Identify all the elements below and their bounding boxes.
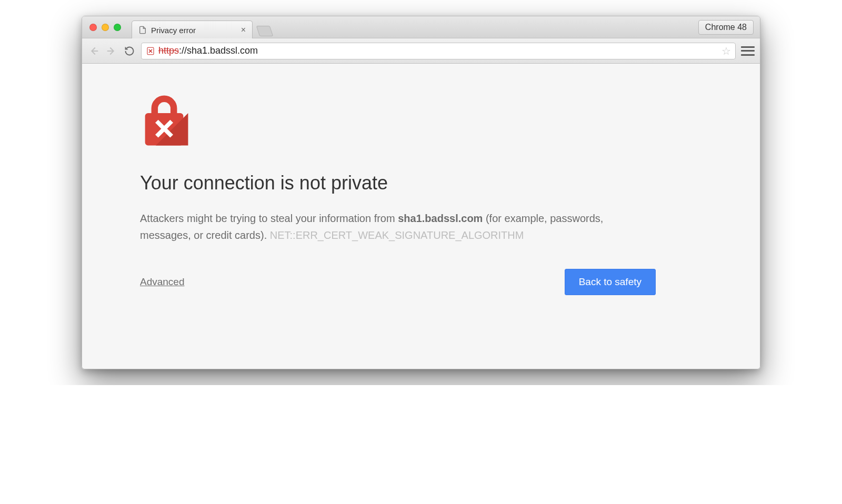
ssl-warning-interstitial: Your connection is not private Attackers… [140,95,656,295]
back-button[interactable] [87,45,100,57]
page-icon [138,26,147,34]
browser-window: Privacy error × Chrome 48 https://sha1.b… [82,16,760,369]
address-bar[interactable]: https://sha1.badssl.com ☆ [141,43,736,59]
new-tab-button[interactable] [256,26,273,36]
window-close-button[interactable] [89,24,97,31]
toolbar: https://sha1.badssl.com ☆ [82,38,760,64]
window-maximize-button[interactable] [114,24,121,31]
window-minimize-button[interactable] [102,24,109,31]
reload-button[interactable] [123,45,136,57]
titlebar: Privacy error × Chrome 48 [82,16,760,38]
advanced-link[interactable]: Advanced [140,276,185,288]
browser-tab[interactable]: Privacy error × [132,21,253,38]
forward-button[interactable] [105,45,118,57]
back-to-safety-button[interactable]: Back to safety [565,269,656,295]
warning-lock-icon [140,95,188,148]
bookmark-star-icon[interactable]: ☆ [721,45,731,57]
url-scheme: https://sha1.badssl.com [158,45,258,56]
warning-actions: Advanced Back to safety [140,269,656,295]
tab-close-button[interactable]: × [241,25,246,35]
page-content: Your connection is not private Attackers… [82,64,760,369]
window-controls [89,24,121,31]
warning-host: sha1.badssl.com [398,213,483,224]
menu-button[interactable] [741,45,755,57]
warning-body-prefix: Attackers might be trying to steal your … [140,213,398,224]
chrome-version-label: Chrome 48 [698,20,754,35]
error-code: NET::ERR_CERT_WEAK_SIGNATURE_ALGORITHM [270,229,524,241]
tab-title: Privacy error [151,26,237,35]
warning-body: Attackers might be trying to steal your … [140,210,656,244]
insecure-lock-icon [146,46,155,56]
warning-title: Your connection is not private [140,172,656,194]
